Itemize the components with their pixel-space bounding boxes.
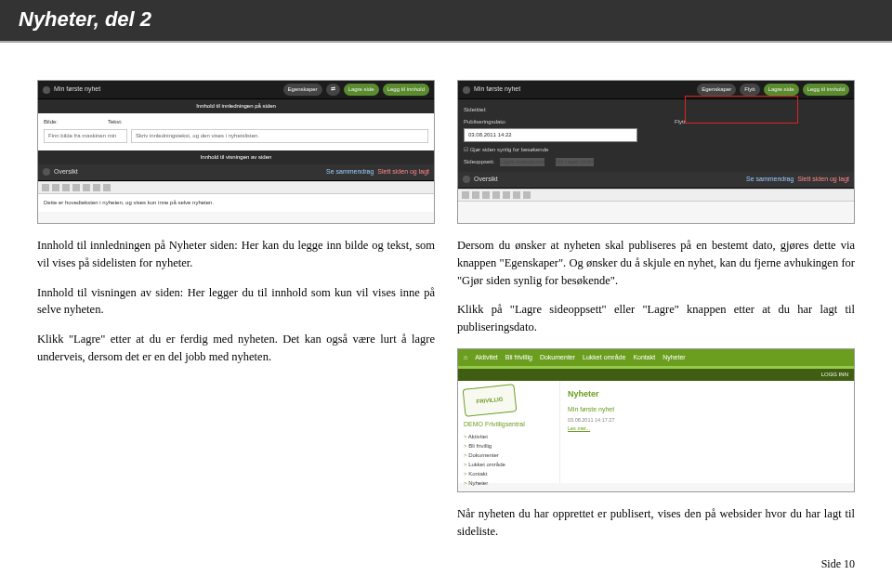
opt-summary-link[interactable]: Se sammendrag [326,167,374,177]
rte-tool-icon[interactable] [513,191,520,199]
rte-tool-icon[interactable] [472,191,479,199]
content-area: Min første nyhet Egenskaper ⇄ Lagre side… [0,43,892,552]
rte-tool-icon[interactable] [462,191,469,199]
para-right-2: Klikk på "Lagre sideoppsett" eller "Lagr… [457,301,855,336]
nav-item[interactable]: Lukket område [583,353,625,363]
nav-item[interactable]: Nyheter [662,353,686,363]
rte-body[interactable]: Dette er hovedteksten i nyheten, og vise… [38,194,434,212]
site-nav: ⌂ Aktivitet Bli frivillig Dokumenter Luk… [458,349,854,370]
properties-panel: Sidetittel: Publiseringsdato: 03.08.2011… [458,99,854,172]
save-page-button-r[interactable]: Lagre side [764,84,799,96]
editor-topbar-r: Min første nyhet Egenskaper Flytt Lagre … [458,81,854,99]
side-menu-item[interactable]: Lukket område [464,461,554,469]
side-menu-item[interactable]: Kontakt [464,470,554,478]
side-menu-item[interactable]: Nyheter [464,479,554,488]
add-content-button-r[interactable]: Legg til innhold [803,84,849,96]
label-pubdate: Publiseringsdato: [464,118,637,126]
rte-placeholder: Dette er hovedteksten i nyheten, og vise… [44,200,214,205]
save-page-button[interactable]: Lagre side [344,84,379,96]
section-label-intro: Innhold til innledningen på siden [38,99,434,113]
rte-tool-icon[interactable] [42,184,49,191]
right-column: Min første nyhet Egenskaper Flytt Lagre … [457,80,855,552]
editor-body: Bilde: Tekst: Finn bilde fra maskinen mi… [38,113,434,150]
rte-toolbar [38,181,434,194]
label-tekst: Tekst: [108,118,123,126]
rte-tool-icon[interactable] [103,184,111,191]
flytt-label: Flytt: [675,118,848,126]
block-label-r: Oversikt [474,175,498,185]
opt-summary-link-r[interactable]: Se sammendrag [746,175,794,185]
editor-title-r: Min første nyhet [474,85,520,95]
left-column: Min første nyhet Egenskaper ⇄ Lagre side… [37,80,435,552]
para-right-1: Dersom du ønsker at nyheten skal publise… [457,237,855,289]
nav-item[interactable]: Kontakt [633,353,655,363]
editor-topbar: Min første nyhet Egenskaper ⇄ Lagre side… [38,81,434,99]
site-login-bar[interactable]: LOGG INN [458,369,854,381]
rte-tool-icon[interactable] [503,191,510,199]
rte-tool-icon[interactable] [523,191,531,199]
save-layout-button[interactable]: Lagre sideoppsett [500,158,544,166]
news-date: 03.08.2011 14:17:27 [568,416,846,424]
para-left-1: Innhold til innledningen på Nyheter side… [37,237,435,272]
editor-title: Min første nyhet [54,85,100,95]
page-number: Side 10 [821,557,855,571]
properties-button-r[interactable]: Egenskaper [697,84,736,96]
add-content-button[interactable]: Legg til innhold [383,84,429,96]
editor-screenshot-right: Min første nyhet Egenskaper Flytt Lagre … [457,80,855,224]
frivillig-logo: FRIVILLIG [463,384,518,417]
website-preview-screenshot: ⌂ Aktivitet Bli frivillig Dokumenter Luk… [457,348,855,492]
layout-label: Sideoppsett: [464,158,494,166]
visibility-checkbox[interactable]: ☑ Gjør siden synlig for besøkende [464,146,848,154]
flytt-icon[interactable]: ⇄ [326,84,340,96]
rte-tool-icon[interactable] [93,184,100,191]
page-title: Nyheter, del 2 [19,7,873,32]
block-icon [463,176,470,183]
rte-toolbar-r [458,189,854,202]
view-own-window-button[interactable]: Vis i eget vindu [556,158,594,166]
pubdate-input[interactable]: 03.08.2011 14:22 [464,128,637,142]
content-block-bar-r: Oversikt Se sammendrag Slett siden og la… [458,172,854,189]
para-right-3: Når nyheten du har opprettet er publiser… [457,505,855,541]
opt-delete-link[interactable]: Slett siden og lagt [377,167,429,177]
site-sidebar: FRIVILLIG DEMO Frivilligsentral Aktivite… [458,381,560,483]
read-more-link[interactable]: Les mer... [568,425,846,432]
para-left-3: Klikk "Lagre" etter at du er ferdig med … [37,331,435,366]
rte-tool-icon[interactable] [492,191,500,199]
nav-item[interactable]: Dokumenter [540,353,575,363]
page-icon [43,86,50,94]
nav-item[interactable]: Aktivitet [475,353,498,363]
side-menu-item[interactable]: Dokumenter [464,451,554,460]
file-picker-button[interactable]: Finn bilde fra maskinen min [44,129,127,143]
section-label-view: Innhold til visningen av siden [38,150,434,164]
label-sidetittel: Sidetittel: [464,106,848,114]
rte-tool-icon[interactable] [482,191,490,199]
side-menu-item[interactable]: Aktivitet [464,433,554,441]
block-icon [43,168,50,176]
label-bilde: Bilde: [44,118,58,126]
editor-screenshot-left: Min første nyhet Egenskaper ⇄ Lagre side… [37,80,435,224]
news-title[interactable]: Min første nyhet [568,405,846,415]
site-main: Nyheter Min første nyhet 03.08.2011 14:1… [560,381,854,483]
content-block-bar: Oversikt Se sammendrag Slett siden og la… [38,164,434,181]
rte-tool-icon[interactable] [62,184,70,191]
rte-tool-icon[interactable] [83,184,90,191]
side-menu-item[interactable]: Bli frivillig [464,442,554,451]
intro-text-field[interactable]: Skriv innledningstekst, og den vises i n… [131,129,428,143]
para-left-2: Innhold til visningen av siden: Her legg… [37,284,435,320]
flytt-button[interactable]: Flytt [740,84,759,96]
main-heading: Nyheter [568,388,846,401]
header-band: Nyheter, del 2 [0,0,892,43]
site-body: FRIVILLIG DEMO Frivilligsentral Aktivite… [458,381,854,483]
rte-tool-icon[interactable] [52,184,59,191]
page-icon [463,86,470,94]
block-label: Oversikt [54,167,78,177]
opt-delete-link-r[interactable]: Slett siden og lagt [797,175,849,185]
nav-item[interactable]: Bli frivillig [505,353,532,363]
properties-button[interactable]: Egenskaper [283,84,322,96]
org-name: DEMO Frivilligsentral [464,420,554,430]
rte-tool-icon[interactable] [72,184,80,191]
